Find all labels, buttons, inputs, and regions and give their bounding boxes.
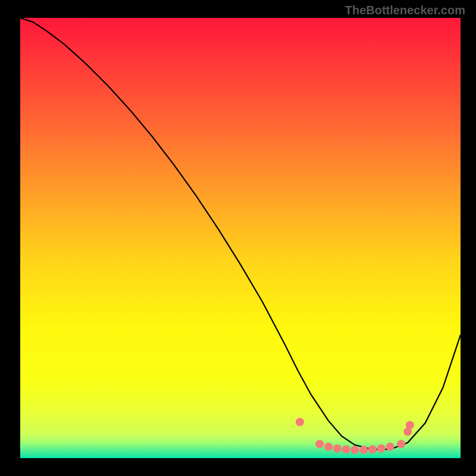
gradient-background <box>20 18 461 458</box>
chart-svg <box>20 18 461 458</box>
marker-dot <box>359 446 368 454</box>
marker-dot <box>386 443 394 451</box>
watermark-text: TheBottlenecker.com <box>345 4 465 17</box>
marker-dot <box>342 445 350 453</box>
marker-dot <box>377 444 386 453</box>
chart-container: TheBottlenecker.com <box>0 0 476 476</box>
marker-dot <box>333 444 342 453</box>
marker-dot <box>324 443 333 451</box>
marker-dot <box>406 421 414 430</box>
marker-dot <box>296 418 304 426</box>
marker-dot <box>397 440 405 448</box>
plot-area <box>20 18 461 458</box>
marker-dot <box>368 445 377 453</box>
marker-dot <box>315 440 324 448</box>
marker-dot <box>350 446 359 454</box>
